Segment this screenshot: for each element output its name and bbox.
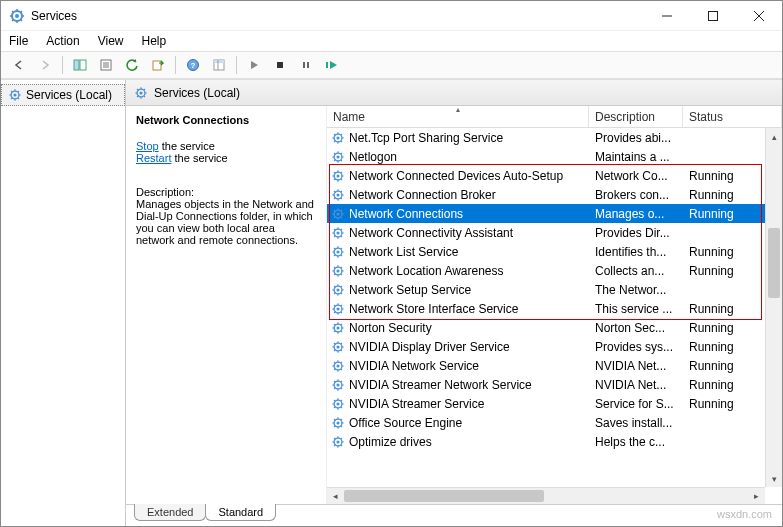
service-row[interactable]: NVIDIA Display Driver ServiceProvides sy… (327, 337, 782, 356)
service-row[interactable]: Network Location AwarenessCollects an...… (327, 261, 782, 280)
stop-link[interactable]: Stop (136, 140, 159, 152)
svg-point-55 (336, 402, 339, 405)
export-button[interactable] (146, 54, 170, 76)
gear-icon (331, 264, 345, 278)
col-description[interactable]: Description (589, 106, 683, 127)
service-name: Network List Service (349, 245, 458, 259)
svg-point-33 (336, 193, 339, 196)
service-row[interactable]: Network Connectivity AssistantProvides D… (327, 223, 782, 242)
svg-rect-16 (214, 60, 224, 63)
gear-icon (331, 416, 345, 430)
scroll-down-button[interactable]: ▾ (766, 470, 782, 487)
service-name: Optimize drives (349, 435, 432, 449)
show-hide-tree-button[interactable] (68, 54, 92, 76)
scroll-thumb-h[interactable] (344, 490, 544, 502)
svg-point-47 (336, 326, 339, 329)
service-name: Network Connectivity Assistant (349, 226, 513, 240)
close-button[interactable] (736, 1, 782, 30)
service-desc: Maintains a ... (589, 150, 683, 164)
svg-point-37 (336, 231, 339, 234)
svg-rect-7 (80, 60, 86, 70)
service-row[interactable]: Norton SecurityNorton Sec...Running (327, 318, 782, 337)
horizontal-scrollbar[interactable]: ◂ ▸ (327, 487, 765, 504)
service-row[interactable]: Optimize drivesHelps the c... (327, 432, 782, 451)
vertical-scrollbar[interactable]: ▴ ▾ (765, 128, 782, 487)
scroll-right-button[interactable]: ▸ (748, 491, 765, 501)
service-name: Network Connected Devices Auto-Setup (349, 169, 563, 183)
restart-link[interactable]: Restart (136, 152, 171, 164)
start-service-button[interactable] (242, 54, 266, 76)
tab-standard[interactable]: Standard (205, 504, 276, 521)
service-name: Network Location Awareness (349, 264, 504, 278)
stop-service-button[interactable] (268, 54, 292, 76)
menu-action[interactable]: Action (44, 34, 81, 48)
forward-button[interactable] (33, 54, 57, 76)
service-row[interactable]: Office Source EngineSaves install... (327, 413, 782, 432)
service-row[interactable]: Network Setup ServiceThe Networ... (327, 280, 782, 299)
service-row[interactable]: Network ConnectionsManages o...Running (327, 204, 782, 223)
service-row[interactable]: NetlogonMaintains a ... (327, 147, 782, 166)
svg-point-43 (336, 288, 339, 291)
service-name: Network Setup Service (349, 283, 471, 297)
svg-rect-21 (326, 62, 328, 68)
restart-suffix: the service (175, 152, 228, 164)
service-row[interactable]: Network Connected Devices Auto-SetupNetw… (327, 166, 782, 185)
service-desc: Collects an... (589, 264, 683, 278)
service-desc: Helps the c... (589, 435, 683, 449)
help-button[interactable]: ? (181, 54, 205, 76)
svg-point-57 (336, 421, 339, 424)
svg-rect-6 (74, 60, 79, 70)
service-name: Office Source Engine (349, 416, 462, 430)
watermark: wsxdn.com (717, 508, 772, 520)
titlebar: Services (1, 1, 782, 31)
service-row[interactable]: NVIDIA Network ServiceNVIDIA Net...Runni… (327, 356, 782, 375)
minimize-button[interactable] (644, 1, 690, 30)
view-details-button[interactable] (207, 54, 231, 76)
col-name[interactable]: Name▴ (327, 106, 589, 127)
services-icon (9, 8, 25, 24)
refresh-button[interactable] (120, 54, 144, 76)
service-row[interactable]: NVIDIA Streamer ServiceService for S...R… (327, 394, 782, 413)
back-button[interactable] (7, 54, 31, 76)
svg-point-23 (13, 93, 16, 96)
svg-point-27 (336, 136, 339, 139)
menu-view[interactable]: View (96, 34, 126, 48)
scroll-thumb[interactable] (768, 228, 780, 298)
maximize-button[interactable] (690, 1, 736, 30)
tree-item-services-local[interactable]: Services (Local) (1, 84, 125, 106)
service-name: Norton Security (349, 321, 432, 335)
gear-icon (331, 302, 345, 316)
service-row[interactable]: Network Store Interface ServiceThis serv… (327, 299, 782, 318)
scroll-up-button[interactable]: ▴ (766, 128, 782, 145)
service-row[interactable]: Net.Tcp Port Sharing ServiceProvides abi… (327, 128, 782, 147)
menu-file[interactable]: File (7, 34, 30, 48)
svg-point-29 (336, 155, 339, 158)
gear-icon (331, 340, 345, 354)
service-name: NVIDIA Network Service (349, 359, 479, 373)
service-desc: NVIDIA Net... (589, 359, 683, 373)
svg-point-49 (336, 345, 339, 348)
menu-help[interactable]: Help (140, 34, 169, 48)
svg-point-53 (336, 383, 339, 386)
pause-service-button[interactable] (294, 54, 318, 76)
gear-icon (331, 169, 345, 183)
service-desc: Service for S... (589, 397, 683, 411)
col-status[interactable]: Status (683, 106, 782, 127)
service-row[interactable]: NVIDIA Streamer Network ServiceNVIDIA Ne… (327, 375, 782, 394)
tree-pane: Services (Local) (1, 80, 126, 526)
svg-rect-18 (277, 62, 283, 68)
svg-rect-19 (303, 62, 305, 68)
gear-icon (134, 86, 148, 100)
restart-service-button[interactable] (320, 54, 344, 76)
service-name: NVIDIA Display Driver Service (349, 340, 510, 354)
svg-rect-12 (153, 61, 161, 70)
gear-icon (331, 283, 345, 297)
service-row[interactable]: Network Connection BrokerBrokers con...R… (327, 185, 782, 204)
properties-button[interactable] (94, 54, 118, 76)
right-pane-header: Services (Local) (126, 80, 782, 106)
scroll-left-button[interactable]: ◂ (327, 491, 344, 501)
service-name: Network Store Interface Service (349, 302, 518, 316)
tree-item-label: Services (Local) (26, 88, 112, 102)
service-row[interactable]: Network List ServiceIdentifies th...Runn… (327, 242, 782, 261)
tab-extended[interactable]: Extended (134, 504, 206, 521)
